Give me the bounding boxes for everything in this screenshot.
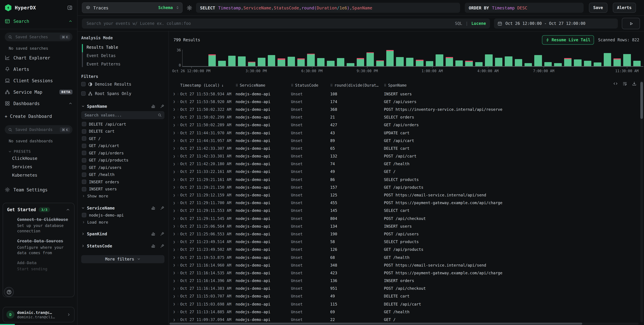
expand-row-icon[interactable]: ❯ <box>173 178 180 181</box>
drag-handle-icon[interactable]: ⠿ <box>384 83 386 87</box>
expand-row-icon[interactable]: ❯ <box>173 287 180 290</box>
pin-icon[interactable] <box>160 232 164 236</box>
saved-searches-search[interactable]: ⌘ K <box>5 33 72 41</box>
expand-row-icon[interactable]: ❯ <box>173 162 180 166</box>
checkbox[interactable] <box>82 187 86 191</box>
horizontal-scrollbar-thumb[interactable] <box>170 323 582 325</box>
table-row[interactable]: ❯Oct 27 11:29:11.545 AMnodejs-demo-apiUn… <box>170 215 639 222</box>
sidebar-item-client-sessions[interactable]: Client Sessions <box>0 75 77 86</box>
analysis-mode-results-table[interactable]: Results Table <box>86 43 164 51</box>
expand-row-icon[interactable]: ❯ <box>173 240 180 244</box>
table-row[interactable]: ❯Oct 27 11:29:11.553 AMnodejs-demo-apiUn… <box>170 207 639 215</box>
table-row[interactable]: ❯Oct 27 11:50:02.289 AMnodejs-demo-apiUn… <box>170 121 639 129</box>
table-row[interactable]: ❯Oct 27 11:19:53.875 AMnodejs-demo-apiUn… <box>170 253 639 261</box>
expand-row-icon[interactable]: ❯ <box>173 147 180 150</box>
checkbox[interactable] <box>82 151 86 155</box>
resume-live-tail-button[interactable]: Resume Live Tail <box>542 35 594 45</box>
table-row[interactable]: ❯Oct 27 11:13:14.885 AMnodejs-demo-apiUn… <box>170 308 639 316</box>
save-button[interactable]: Save <box>589 3 607 13</box>
checkbox[interactable] <box>82 158 86 163</box>
pin-icon[interactable] <box>160 206 164 210</box>
run-query-button[interactable] <box>622 18 640 29</box>
expand-row-icon[interactable]: ❯ <box>173 139 180 142</box>
create-dashboard-button[interactable]: + Create Dashboard <box>0 110 77 122</box>
expand-row-icon[interactable]: ❯ <box>173 255 180 259</box>
table-row[interactable]: ❯Oct 27 11:16:14.383 AMnodejs-demo-apiUn… <box>170 284 639 292</box>
table-row[interactable]: ❯Oct 27 11:16:14.535 AMnodejs-demo-apiUn… <box>170 269 639 277</box>
saved-searches-input[interactable] <box>15 34 58 40</box>
sidebar-item-alerts[interactable]: Alerts <box>0 64 77 75</box>
vertical-scrollbar-thumb[interactable] <box>640 82 643 119</box>
table-row[interactable]: ❯Oct 27 11:23:49.514 AMnodejs-demo-apiUn… <box>170 238 639 246</box>
table-row[interactable]: ❯Oct 27 11:42:20.180 AMnodejs-demo-apiUn… <box>170 160 639 168</box>
sidebar-item-team-settings[interactable]: Team Settings <box>0 184 77 195</box>
filter-group-spanname[interactable]: SpanName <box>81 102 164 110</box>
checkbox[interactable] <box>82 129 86 134</box>
filter-value-get-api-products[interactable]: GET /api/products <box>81 157 164 164</box>
orderby-expression-input[interactable]: ORDER BY Timestamp DESC <box>465 3 584 13</box>
filter-toggle-root-spans-only[interactable]: Root Spans Only <box>81 89 164 98</box>
step-title[interactable]: Connect to ClickHouse <box>17 217 70 222</box>
filter-value-delete-cart[interactable]: DELETE cart <box>81 128 164 135</box>
pin-icon[interactable] <box>160 104 164 108</box>
table-row[interactable]: ❯Oct 27 11:15:03.698 AMnodejs-demo-apiUn… <box>170 300 639 308</box>
checkbox[interactable] <box>82 144 86 148</box>
mini-chart-icon[interactable] <box>151 104 156 108</box>
expand-row-icon[interactable]: ❯ <box>173 131 180 135</box>
expand-row-icon[interactable]: ❯ <box>173 224 180 228</box>
table-row[interactable]: ❯Oct 27 11:44:31.970 AMnodejs-demo-apiUn… <box>170 129 639 137</box>
drag-handle-icon[interactable]: ⠿ <box>291 83 294 87</box>
date-range-picker[interactable]: Oct 26 12:00:00 - Oct 27 12:00:00 <box>494 19 618 29</box>
checkbox[interactable] <box>81 82 86 86</box>
chevron-up-icon[interactable] <box>66 207 70 212</box>
checkbox[interactable] <box>82 122 86 126</box>
analysis-mode-event-deltas[interactable]: Event Deltas <box>86 51 164 60</box>
table-row[interactable]: ❯Oct 27 11:29:21.150 AMnodejs-demo-apiUn… <box>170 183 639 191</box>
collapse-sidebar-icon[interactable] <box>67 5 72 11</box>
preset-kubernetes[interactable]: Kubernetes <box>0 171 77 179</box>
filter-values-search-input[interactable] <box>84 113 156 118</box>
analysis-mode-event-patterns[interactable]: Event Patterns <box>86 60 164 68</box>
mini-chart-icon[interactable] <box>151 232 156 236</box>
table-row[interactable]: ❯Oct 27 11:50:02.299 AMnodejs-demo-apiUn… <box>170 113 639 121</box>
table-row[interactable]: ❯Oct 27 11:15:03.707 AMnodejs-demo-apiUn… <box>170 292 639 300</box>
expand-row-icon[interactable]: ❯ <box>173 271 180 275</box>
drag-handle-icon[interactable]: ⠿ <box>236 83 238 87</box>
table-row[interactable]: ❯Oct 27 11:42:33.301 AMnodejs-demo-apiUn… <box>170 152 639 160</box>
expand-row-icon[interactable]: ❯ <box>173 154 180 158</box>
drag-handle-icon[interactable]: ⠿ <box>330 83 333 87</box>
sidebar-item-chart-explorer[interactable]: Chart Explorer <box>0 52 77 64</box>
expand-row-icon[interactable]: ❯ <box>173 294 180 298</box>
table-row[interactable]: ❯Oct 27 11:42:33.307 AMnodejs-demo-apiUn… <box>170 145 639 152</box>
column-header-timestamp-local-[interactable]: Timestamp (Local)↓ <box>180 83 236 88</box>
table-row[interactable]: ❯Oct 27 11:16:14.960 AMnodejs-demo-apiUn… <box>170 261 639 269</box>
alerts-button[interactable]: Alerts <box>612 3 636 13</box>
expand-row-icon[interactable]: ❯ <box>173 108 180 111</box>
expand-row-icon[interactable]: ❯ <box>173 310 180 314</box>
column-header-servicename[interactable]: ⠿ServiceName <box>236 83 291 88</box>
checkbox[interactable] <box>82 165 86 170</box>
events-histogram[interactable]: 360Oct 26 12:00:00 PM3:30:00 PM6:30:00 P… <box>174 46 644 73</box>
expand-row-icon[interactable]: ❯ <box>173 115 180 119</box>
table-row[interactable]: ❯Oct 27 11:25:06.553 AMnodejs-demo-apiUn… <box>170 230 639 238</box>
filter-value-insert-users[interactable]: INSERT users <box>81 185 164 193</box>
step-title[interactable]: Create Data Sources <box>17 238 70 244</box>
select-expression-input[interactable]: SELECT Timestamp,ServiceName,StatusCode,… <box>196 3 460 13</box>
mode-lucene[interactable]: Lucene <box>471 21 486 26</box>
filter-values-search[interactable] <box>81 111 164 119</box>
table-row[interactable]: ❯Oct 27 11:29:21.161 AMnodejs-demo-apiUn… <box>170 176 639 183</box>
expand-row-icon[interactable]: ❯ <box>173 232 180 236</box>
table-row[interactable]: ❯Oct 27 11:23:49.502 AMnodejs-demo-apiUn… <box>170 246 639 253</box>
table-row[interactable]: ❯Oct 27 11:50:02.322 AMnodejs-demo-apiUn… <box>170 106 639 113</box>
mode-sql[interactable]: SQL <box>455 21 462 26</box>
filter-value-nodejs-demo-api[interactable]: nodejs-demo-api <box>81 211 164 219</box>
source-settings-gear-icon[interactable] <box>185 4 193 12</box>
expand-row-icon[interactable]: ❯ <box>173 123 180 127</box>
event-search-input[interactable] <box>86 21 452 26</box>
sidebar-item-search[interactable]: Search <box>0 16 77 27</box>
expand-row-icon[interactable]: ❯ <box>173 170 180 174</box>
checkbox[interactable] <box>82 136 86 141</box>
expand-row-icon[interactable]: ❯ <box>173 185 180 189</box>
checkbox[interactable] <box>81 91 86 96</box>
table-row[interactable]: ❯Oct 27 11:29:12.159 AMnodejs-demo-apiUn… <box>170 191 639 199</box>
